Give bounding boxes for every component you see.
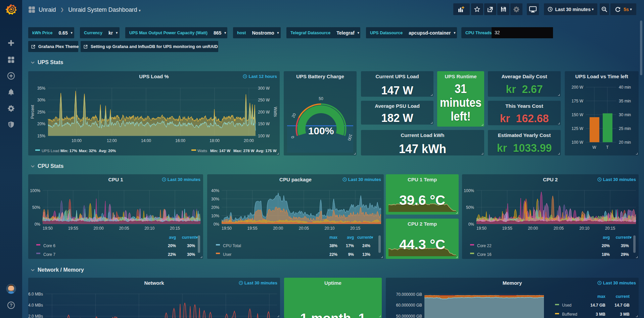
svg-text:150 W: 150 W bbox=[258, 122, 270, 126]
svg-text:20 min: 20 min bbox=[619, 140, 631, 145]
svg-text:20: 20 bbox=[291, 112, 297, 118]
svg-text:19:55: 19:55 bbox=[247, 226, 258, 231]
svg-text:100 W: 100 W bbox=[258, 134, 270, 138]
svg-text:24%: 24% bbox=[362, 243, 370, 248]
svg-text:20:15: 20:15 bbox=[170, 226, 180, 231]
svg-text:avg: avg bbox=[169, 235, 176, 240]
svg-text:Max: 278 W: Max: 278 W bbox=[233, 149, 255, 153]
svg-text:20:05: 20:05 bbox=[299, 226, 309, 231]
svg-text:35%: 35% bbox=[621, 243, 629, 248]
svg-text:50%: 50% bbox=[466, 205, 474, 210]
svg-text:Max: 32%: Max: 32% bbox=[79, 149, 96, 153]
svg-text:250 W: 250 W bbox=[258, 98, 270, 102]
svg-text:35%: 35% bbox=[37, 86, 45, 90]
svg-text:3 MB: 3 MB bbox=[596, 312, 605, 317]
svg-text:W: W bbox=[592, 145, 596, 150]
svg-text:16:00: 16:00 bbox=[175, 138, 185, 143]
svg-text:40 min: 40 min bbox=[619, 85, 631, 90]
svg-text:100%: 100% bbox=[464, 188, 474, 193]
svg-text:19:55: 19:55 bbox=[68, 226, 78, 231]
svg-text:T: T bbox=[606, 145, 609, 150]
svg-text:100 W: 100 W bbox=[571, 140, 583, 145]
svg-text:100%: 100% bbox=[308, 125, 334, 136]
svg-text:22%: 22% bbox=[329, 252, 337, 257]
svg-text:avg: avg bbox=[603, 235, 610, 240]
svg-text:100%: 100% bbox=[30, 188, 40, 193]
svg-text:14.7 GB: 14.7 GB bbox=[614, 303, 630, 308]
svg-text:20:00: 20:00 bbox=[273, 226, 283, 231]
svg-text:20:10: 20:10 bbox=[324, 226, 334, 231]
svg-text:20:00: 20:00 bbox=[94, 226, 104, 231]
svg-text:9%: 9% bbox=[348, 252, 354, 257]
svg-text:22%: 22% bbox=[168, 252, 176, 257]
svg-text:20%: 20% bbox=[602, 243, 610, 248]
svg-text:25%: 25% bbox=[37, 109, 45, 114]
svg-text:20:00: 20:00 bbox=[244, 138, 254, 143]
svg-text:0%: 0% bbox=[468, 222, 474, 227]
svg-text:19:50: 19:50 bbox=[43, 226, 53, 231]
svg-text:38%: 38% bbox=[329, 243, 337, 248]
svg-text:20:15: 20:15 bbox=[605, 226, 615, 231]
svg-text:Core 7: Core 7 bbox=[43, 252, 55, 257]
svg-text:20:10: 20:10 bbox=[144, 226, 154, 231]
svg-text:current: current bbox=[616, 294, 630, 299]
svg-text:max: max bbox=[597, 294, 605, 299]
svg-text:70.000000 GB: 70.000000 GB bbox=[396, 292, 422, 297]
svg-text:19:50: 19:50 bbox=[476, 226, 487, 231]
svg-text:CPU Total: CPU Total bbox=[223, 243, 241, 248]
svg-text:Avg: 175 W: Avg: 175 W bbox=[256, 149, 277, 153]
svg-text:Core 6: Core 6 bbox=[43, 243, 55, 248]
svg-text:Min: 17%: Min: 17% bbox=[60, 149, 77, 153]
svg-text:Watts: Watts bbox=[197, 149, 207, 153]
svg-text:20:05: 20:05 bbox=[554, 226, 564, 231]
svg-text:3 MB: 3 MB bbox=[620, 312, 630, 317]
svg-text:4.0 MBs: 4.0 MBs bbox=[28, 303, 43, 308]
svg-text:current▾: current▾ bbox=[357, 235, 373, 240]
svg-text:30%: 30% bbox=[187, 243, 195, 248]
svg-text:14.7 GB: 14.7 GB bbox=[590, 303, 605, 308]
svg-text:30 min: 30 min bbox=[619, 112, 631, 117]
svg-text:175 W: 175 W bbox=[571, 99, 583, 103]
svg-text:20:15: 20:15 bbox=[350, 226, 360, 231]
svg-text:19:50: 19:50 bbox=[222, 226, 232, 231]
svg-text:20%: 20% bbox=[211, 205, 219, 210]
svg-text:14:00: 14:00 bbox=[141, 138, 151, 143]
svg-text:200 W: 200 W bbox=[571, 85, 583, 90]
svg-text:2.0 MBs: 2.0 MBs bbox=[28, 314, 43, 318]
svg-text:150 W: 150 W bbox=[571, 112, 583, 117]
svg-text:12:00: 12:00 bbox=[107, 138, 117, 143]
svg-text:User: User bbox=[223, 252, 231, 257]
svg-text:10%: 10% bbox=[211, 214, 219, 218]
svg-text:0%: 0% bbox=[35, 222, 41, 227]
svg-text:Min: 147 W: Min: 147 W bbox=[210, 149, 230, 153]
svg-text:40%: 40% bbox=[211, 188, 219, 193]
svg-text:60.000000 GB: 60.000000 GB bbox=[396, 303, 422, 308]
svg-text:25 min: 25 min bbox=[619, 126, 631, 131]
svg-text:Watts: Watts bbox=[273, 106, 278, 117]
svg-text:max: max bbox=[329, 235, 337, 240]
svg-text:30%: 30% bbox=[187, 252, 195, 257]
svg-text:Percent: Percent bbox=[30, 104, 35, 119]
svg-text:20:10: 20:10 bbox=[579, 226, 589, 231]
svg-text:50.000000 GB: 50.000000 GB bbox=[396, 314, 422, 318]
svg-text:15%: 15% bbox=[37, 134, 45, 138]
svg-text:Core 22: Core 22 bbox=[477, 243, 492, 248]
svg-text:50%: 50% bbox=[32, 205, 40, 210]
svg-text:17%: 17% bbox=[346, 243, 354, 248]
svg-text:10:00: 10:00 bbox=[72, 138, 82, 143]
svg-text:50: 50 bbox=[319, 96, 323, 101]
svg-text:19:55: 19:55 bbox=[502, 226, 512, 231]
svg-text:Used: Used bbox=[562, 303, 571, 308]
svg-text:Avg: 20%: Avg: 20% bbox=[99, 149, 116, 153]
svg-text:6.0 MBs: 6.0 MBs bbox=[28, 292, 43, 297]
svg-text:35 min: 35 min bbox=[619, 99, 631, 103]
svg-text:Buffered: Buffered bbox=[562, 312, 577, 317]
svg-text:200 W: 200 W bbox=[258, 109, 270, 114]
svg-text:300 W: 300 W bbox=[258, 86, 270, 90]
svg-text:30%: 30% bbox=[211, 197, 219, 201]
svg-text:30%: 30% bbox=[37, 98, 45, 102]
svg-text:current▾: current▾ bbox=[182, 235, 198, 240]
svg-text:Core 16: Core 16 bbox=[477, 252, 492, 257]
svg-text:125 W: 125 W bbox=[571, 126, 583, 131]
svg-text:20:00: 20:00 bbox=[528, 226, 538, 231]
